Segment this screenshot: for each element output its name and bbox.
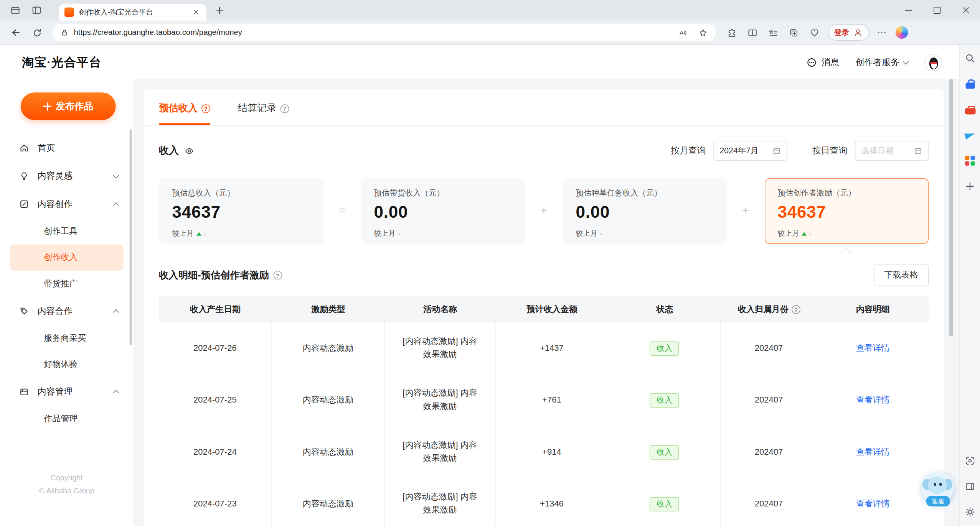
folder-card-icon — [19, 386, 30, 397]
sidebar-item-promotion[interactable]: 带货推广 — [10, 271, 123, 297]
workspaces-icon[interactable] — [6, 2, 24, 19]
help-icon[interactable] — [273, 271, 282, 279]
divider — [144, 125, 944, 126]
publish-work-button[interactable]: 发布作品 — [21, 92, 116, 120]
sidebar-item-home[interactable]: 首页 — [0, 134, 133, 162]
cell-amount: +761 — [496, 375, 609, 426]
stat-creator-incentive[interactable]: 预估创作者激励（元） 34637 较上月 - — [764, 178, 929, 244]
browser-tab[interactable]: 创作收入-淘宝光合平台 — [59, 4, 206, 21]
page-scrollbar[interactable] — [949, 79, 953, 336]
sidebar-item-cooperation[interactable]: 内容合作 — [0, 297, 133, 325]
creator-service-dropdown[interactable]: 创作者服务 — [855, 57, 908, 68]
day-picker-placeholder: 选择日期 — [861, 145, 894, 156]
profile-login-button[interactable]: 登录 — [828, 25, 869, 41]
browser-menu-icon[interactable] — [874, 25, 890, 41]
copilot-icon[interactable] — [896, 26, 908, 39]
chevron-up-icon — [113, 390, 119, 396]
shopping-icon[interactable] — [963, 77, 977, 91]
operator-plus: + — [525, 178, 563, 244]
view-detail-link[interactable]: 查看详情 — [856, 342, 890, 355]
extensions-icon[interactable] — [722, 23, 741, 42]
stat-total-income[interactable]: 预估总收入（元） 34637 较上月 - — [159, 178, 323, 244]
status-badge: 收入 — [650, 497, 679, 511]
svg-text:A: A — [679, 29, 684, 36]
help-icon[interactable] — [201, 104, 210, 113]
selected-card-caret — [841, 247, 851, 258]
window-close-button[interactable] — [951, 0, 980, 21]
split-screen-icon[interactable] — [743, 23, 762, 42]
income-tabs: 预估收入 结算记录 — [159, 102, 929, 125]
left-sidebar: 发布作品 首页 内容灵感 内容创作 创作工具 创作收入 — [0, 79, 133, 526]
stat-seeding-task-income[interactable]: 预估种草任务收入（元） 0.00 较上月 - — [563, 178, 727, 244]
vertical-tabs-icon[interactable] — [28, 2, 45, 19]
cell-amount: +914 — [496, 426, 609, 478]
sidebar-search-icon[interactable] — [963, 51, 977, 65]
site-security-icon[interactable] — [60, 28, 69, 37]
view-detail-link[interactable]: 查看详情 — [856, 394, 890, 407]
favorites-bar-icon[interactable] — [764, 23, 782, 42]
status-badge: 收入 — [650, 341, 679, 356]
window-maximize-button[interactable] — [922, 0, 951, 21]
refresh-button[interactable] — [28, 23, 46, 42]
cell-date: 2024-07-26 — [159, 323, 272, 374]
cell-type: 内容动态激励 — [272, 426, 385, 478]
calendar-icon — [914, 146, 922, 155]
site-logo: 淘宝·光合平台 — [22, 54, 102, 70]
day-picker-input[interactable]: 选择日期 — [855, 141, 929, 161]
sidebar-item-creation-income[interactable]: 创作收入 — [10, 245, 123, 271]
browser-essentials-icon[interactable] — [805, 23, 823, 42]
new-tab-button[interactable] — [211, 2, 228, 18]
screenshot-icon[interactable] — [963, 454, 977, 468]
chevron-up-icon — [113, 309, 119, 315]
download-table-button[interactable]: 下载表格 — [874, 264, 929, 286]
browser-toolbar: https://creator.guanghe.taobao.com/page/… — [0, 21, 980, 45]
tools-icon[interactable] — [963, 102, 977, 116]
tab-strip: 创作收入-淘宝光合平台 — [0, 0, 980, 21]
sidebar-item-goods-experience[interactable]: 好物体验 — [10, 352, 123, 378]
send-icon[interactable] — [963, 128, 977, 142]
sidebar-item-management[interactable]: 内容管理 — [0, 378, 133, 406]
sidebar-scrollbar[interactable] — [130, 130, 132, 345]
stat-goods-income[interactable]: 预估带货收入（元） 0.00 较上月 - — [361, 178, 525, 244]
help-icon[interactable] — [792, 305, 800, 314]
window-minimize-button[interactable] — [894, 0, 922, 21]
copyright: Copyright © Alibaba Group — [0, 472, 133, 498]
view-detail-link[interactable]: 查看详情 — [856, 497, 890, 510]
plus-icon — [43, 102, 51, 110]
url-text[interactable]: https://creator.guanghe.taobao.com/page/… — [74, 28, 668, 37]
tab-settlement-record[interactable]: 结算记录 — [238, 102, 289, 125]
tab-close-icon[interactable] — [191, 7, 201, 17]
read-aloud-icon[interactable]: A — [673, 23, 692, 42]
favorite-star-icon[interactable] — [693, 23, 712, 42]
cell-type: 内容动态激励 — [272, 478, 385, 526]
cell-date: 2024-07-24 — [159, 426, 272, 478]
user-avatar[interactable] — [924, 53, 942, 71]
add-sidebar-item-icon[interactable] — [963, 179, 977, 193]
sidebar-toggle-icon[interactable] — [963, 480, 977, 493]
trend-up-icon — [802, 232, 807, 235]
settings-gear-icon[interactable] — [963, 505, 977, 519]
back-button[interactable] — [6, 23, 25, 42]
sidebar-item-service-purchase[interactable]: 服务商采买 — [10, 325, 123, 351]
messages-button[interactable]: 消息 — [806, 57, 839, 68]
sidebar-item-inspiration[interactable]: 内容灵感 — [0, 162, 133, 190]
view-detail-link[interactable]: 查看详情 — [856, 445, 890, 459]
eye-icon[interactable] — [184, 145, 195, 156]
operator-plus: + — [727, 178, 764, 244]
chevron-up-icon — [113, 202, 119, 208]
apps-icon[interactable] — [963, 154, 977, 168]
income-detail-table: 收入产生日期 激励类型 活动名称 预计收入金额 状态 收入归属月份 内容明细 2… — [159, 296, 929, 526]
sidebar-item-creation[interactable]: 内容创作 — [0, 190, 133, 218]
sidebar-item-works-management[interactable]: 作品管理 — [10, 406, 123, 432]
tab-title: 创作收入-淘宝光合平台 — [79, 8, 186, 17]
tab-estimated-income[interactable]: 预估收入 — [159, 102, 210, 125]
help-icon[interactable] — [280, 104, 289, 113]
cell-date: 2024-07-23 — [159, 478, 272, 526]
collections-icon[interactable] — [784, 23, 803, 42]
sidebar-item-creation-tools[interactable]: 创作工具 — [10, 218, 123, 244]
address-bar[interactable]: https://creator.guanghe.taobao.com/page/… — [53, 24, 716, 41]
publish-work-label: 发布作品 — [56, 100, 93, 112]
month-picker-input[interactable]: 2024年7月 — [713, 141, 787, 161]
trend-up-icon — [196, 232, 201, 235]
customer-service-float[interactable]: 客服 — [921, 472, 955, 506]
